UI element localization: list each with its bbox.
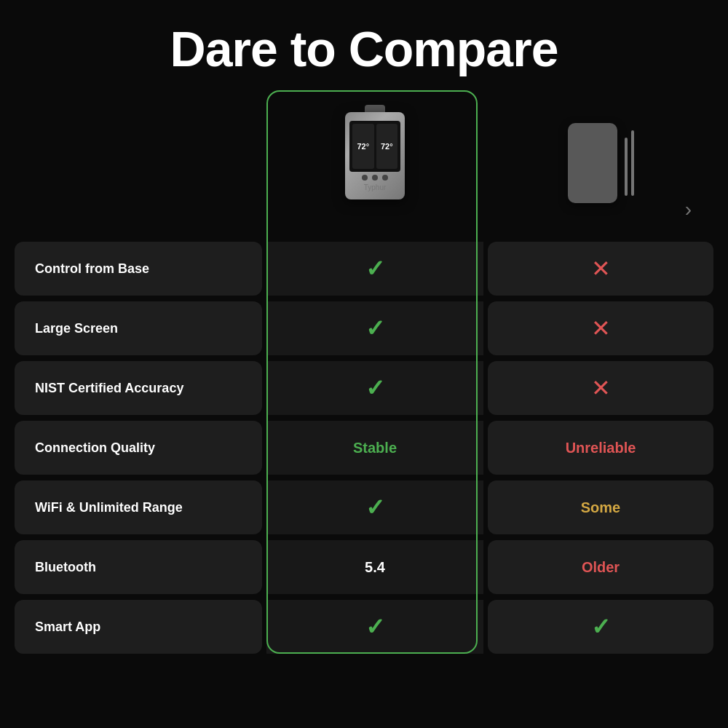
compare-row: Smart App✓✓ <box>15 600 713 654</box>
typhur-value-cell: ✓ <box>266 301 483 355</box>
competitor-value-cell: Unreliable <box>488 421 713 475</box>
probe-1 <box>625 138 628 196</box>
competitor-value: ✕ <box>591 314 611 342</box>
competitor-value-cell: ✕ <box>488 301 713 355</box>
competitor-value-cell: Some <box>488 480 713 534</box>
typhur-value: ✓ <box>365 374 385 402</box>
competitor-value: Some <box>581 499 620 516</box>
feature-label: Smart App <box>15 600 262 654</box>
device-brand-label: Typhur <box>364 183 387 191</box>
compare-row: NIST Certified Accuracy✓✕ <box>15 361 713 415</box>
typhur-value-cell: ✓ <box>266 242 483 296</box>
typhur-value: ✓ <box>365 494 385 521</box>
compare-row: Large Screen✓✕ <box>15 301 713 355</box>
control-dot-3 <box>382 175 388 181</box>
probe-2 <box>631 130 634 196</box>
competitor-device-illustration <box>568 123 634 203</box>
header-empty <box>15 90 262 236</box>
competitor-value-cell: ✕ <box>488 361 713 415</box>
compare-row: Bluetooth5.4Older <box>15 540 713 594</box>
control-dot-2 <box>372 175 378 181</box>
compare-row: Connection QualityStableUnreliable <box>15 421 713 475</box>
page-title: Dare to Compare <box>170 20 558 77</box>
device-screen: 72° 72° <box>349 121 400 172</box>
product-header: 72° 72° Typhur <box>15 90 713 236</box>
feature-label: NIST Certified Accuracy <box>15 361 262 415</box>
typhur-value-cell: Stable <box>266 421 483 475</box>
typhur-value-cell: ✓ <box>266 600 483 654</box>
typhur-value: ✓ <box>365 255 385 282</box>
device-controls <box>362 175 388 181</box>
typhur-value: Stable <box>353 440 397 456</box>
typhur-value-cell: 5.4 <box>266 540 483 594</box>
compare-row: Control from Base✓✕ <box>15 242 713 296</box>
typhur-value: 5.4 <box>365 559 385 576</box>
competitor-value-cell: ✕ <box>488 242 713 296</box>
competitor-body <box>568 123 617 203</box>
competitor-arrow: › <box>685 198 692 221</box>
typhur-value-cell: ✓ <box>266 480 483 534</box>
temp-display-2: 72° <box>376 124 398 169</box>
compare-row: WiFi & Unlimited Range✓Some <box>15 480 713 534</box>
competitor-product-header: › <box>488 90 713 236</box>
feature-label: Connection Quality <box>15 421 262 475</box>
competitor-value-cell: ✓ <box>488 600 713 654</box>
feature-label: Bluetooth <box>15 540 262 594</box>
feature-label: Large Screen <box>15 301 262 355</box>
comparison-table: 72° 72° Typhur <box>15 90 713 654</box>
typhur-value-cell: ✓ <box>266 361 483 415</box>
device-body: 72° 72° Typhur <box>345 112 405 199</box>
competitor-value: ✕ <box>591 255 611 282</box>
competitor-probes <box>625 130 634 196</box>
feature-label: WiFi & Unlimited Range <box>15 480 262 534</box>
typhur-device-illustration: 72° 72° Typhur <box>339 112 411 214</box>
rows-container: Control from Base✓✕Large Screen✓✕NIST Ce… <box>15 242 713 654</box>
typhur-product-header: 72° 72° Typhur <box>266 90 483 236</box>
competitor-value: Older <box>582 559 620 576</box>
typhur-value: ✓ <box>365 314 385 342</box>
competitor-value: ✕ <box>591 374 611 402</box>
competitor-value: ✓ <box>591 613 611 641</box>
device-top-bar <box>365 105 385 112</box>
competitor-value: Unreliable <box>566 440 636 456</box>
typhur-value: ✓ <box>365 613 385 641</box>
feature-label: Control from Base <box>15 242 262 296</box>
competitor-value-cell: Older <box>488 540 713 594</box>
control-dot-1 <box>362 175 368 181</box>
temp-display-1: 72° <box>352 124 374 169</box>
